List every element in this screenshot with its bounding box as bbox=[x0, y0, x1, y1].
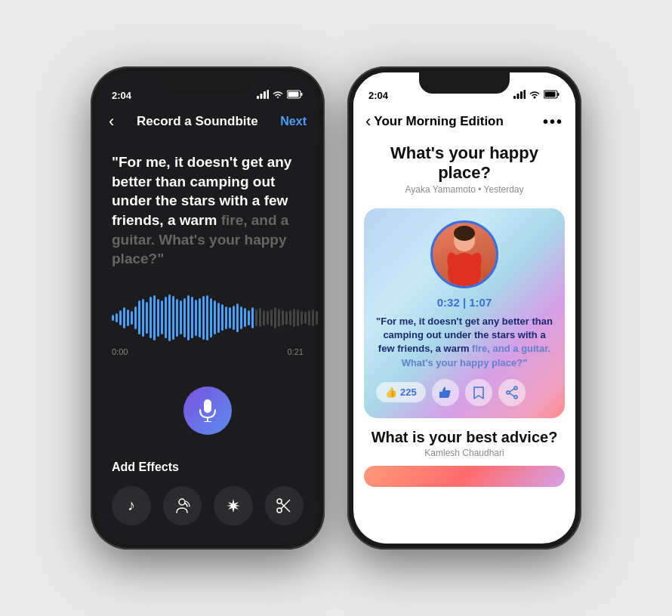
card-actions: 👍 225 bbox=[376, 379, 553, 406]
like-count-display[interactable]: 👍 225 bbox=[376, 382, 426, 402]
post1-time: Yesterday bbox=[484, 184, 524, 195]
share-button[interactable] bbox=[498, 379, 526, 406]
bookmark-button[interactable] bbox=[465, 379, 492, 406]
waveform bbox=[112, 291, 304, 344]
time-labels: 0:00 0:21 bbox=[112, 344, 304, 356]
nav-bar-morning: ‹ Your Morning Edition ••• bbox=[353, 106, 575, 137]
battery-icon-2 bbox=[544, 90, 560, 101]
svg-rect-16 bbox=[517, 94, 519, 99]
svg-rect-3 bbox=[267, 90, 270, 99]
svg-point-27 bbox=[454, 226, 475, 241]
mic-button-area bbox=[97, 371, 319, 450]
svg-rect-1 bbox=[260, 94, 263, 99]
like-number: 225 bbox=[400, 387, 417, 398]
time-start: 0:00 bbox=[112, 347, 128, 356]
svg-rect-0 bbox=[257, 96, 259, 99]
back-button-2[interactable]: ‹ bbox=[365, 112, 371, 131]
post2-meta: Kamlesh Chaudhari bbox=[364, 446, 565, 458]
notch-2 bbox=[419, 72, 510, 94]
svg-point-19 bbox=[534, 97, 536, 99]
mic-button[interactable] bbox=[183, 387, 232, 435]
effect-sparkle[interactable] bbox=[214, 486, 253, 525]
nav-title-1: Record a Soundbite bbox=[137, 114, 258, 129]
svg-rect-7 bbox=[204, 399, 211, 413]
post1-meta: Ayaka Yamamoto • Yesterday bbox=[364, 184, 565, 201]
waveform-container: 0:00 0:21 bbox=[97, 276, 319, 371]
svg-rect-22 bbox=[545, 92, 556, 97]
svg-point-10 bbox=[179, 499, 185, 505]
svg-point-28 bbox=[514, 387, 517, 390]
svg-point-30 bbox=[507, 391, 510, 394]
effect-voice[interactable] bbox=[163, 486, 202, 525]
avatar bbox=[430, 220, 498, 288]
svg-rect-17 bbox=[520, 91, 522, 99]
time-end: 0:21 bbox=[288, 347, 304, 356]
nav-title-2: Your Morning Edition bbox=[374, 114, 543, 129]
more-options-button[interactable]: ••• bbox=[543, 113, 563, 131]
add-effects-label: Add Effects bbox=[97, 450, 319, 480]
signal-icon-1 bbox=[257, 90, 269, 101]
avatar-person bbox=[433, 223, 496, 286]
next-button[interactable]: Next bbox=[280, 115, 307, 128]
svg-rect-18 bbox=[524, 90, 526, 99]
post1-separator: • bbox=[478, 184, 483, 195]
status-icons-1 bbox=[257, 90, 304, 101]
svg-rect-5 bbox=[301, 93, 303, 96]
svg-rect-6 bbox=[288, 92, 299, 97]
effects-row: ♪ bbox=[97, 480, 319, 531]
like-icon: 👍 bbox=[385, 387, 397, 398]
svg-rect-15 bbox=[513, 96, 516, 99]
svg-point-29 bbox=[514, 396, 517, 399]
wifi-icon-2 bbox=[529, 90, 541, 101]
effect-trim[interactable] bbox=[265, 486, 304, 525]
post1-author: Ayaka Yamamoto bbox=[405, 184, 476, 195]
notch bbox=[162, 72, 253, 94]
avatar-area bbox=[376, 220, 553, 288]
status-icons-2 bbox=[513, 90, 560, 101]
svg-rect-2 bbox=[264, 91, 266, 99]
next-post-section: What is your best advice? Kamlesh Chaudh… bbox=[353, 418, 575, 458]
svg-point-11 bbox=[277, 499, 282, 504]
nav-bar-recording: ‹ Record a Soundbite Next bbox=[97, 106, 319, 137]
next-card-preview bbox=[364, 466, 565, 487]
svg-point-12 bbox=[277, 508, 282, 513]
thumbs-up-button[interactable] bbox=[432, 379, 459, 406]
signal-icon-2 bbox=[513, 90, 526, 101]
transcript-text: "For me, it doesn't get any better than … bbox=[376, 315, 553, 370]
post1-title: What's your happy place? bbox=[364, 140, 565, 184]
svg-line-32 bbox=[510, 393, 514, 396]
progress-text: 0:32 | 1:07 bbox=[376, 296, 553, 309]
effect-music[interactable]: ♪ bbox=[112, 486, 151, 525]
battery-icon-1 bbox=[287, 90, 304, 101]
status-time-1: 2:04 bbox=[112, 90, 131, 101]
post2-author: Kamlesh Chaudhari bbox=[424, 448, 504, 458]
status-time-2: 2:04 bbox=[368, 90, 388, 101]
phone-morning-edition: 2:04 bbox=[347, 66, 581, 550]
audio-card-container: 0:32 | 1:07 "For me, it doesn't get any … bbox=[353, 202, 575, 418]
back-button-1[interactable]: ‹ bbox=[109, 112, 114, 131]
post2-title: What is your best advice? bbox=[364, 429, 565, 446]
svg-rect-21 bbox=[558, 93, 559, 96]
quote-text: "For me, it doesn't get any better than … bbox=[97, 137, 319, 276]
svg-line-31 bbox=[510, 389, 514, 392]
phone-recording: 2:04 bbox=[91, 66, 325, 550]
wifi-icon-1 bbox=[272, 90, 284, 101]
audio-card: 0:32 | 1:07 "For me, it doesn't get any … bbox=[364, 208, 565, 418]
